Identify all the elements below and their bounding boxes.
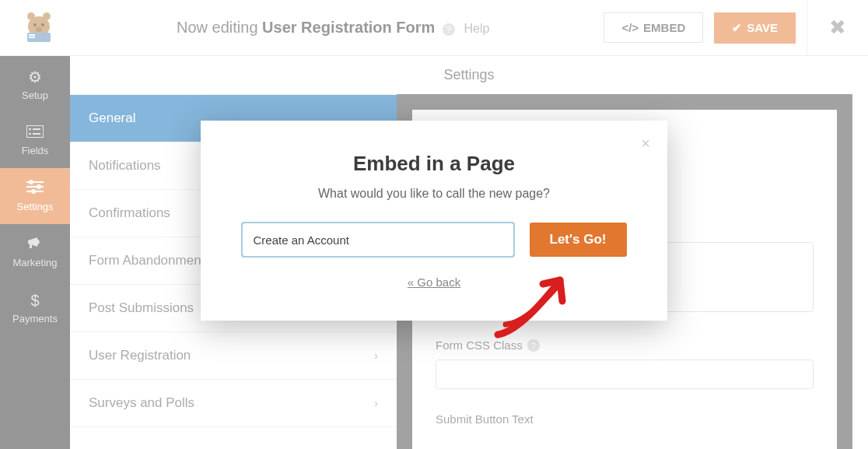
sidebar-item-setup[interactable]: ⚙ Setup: [0, 56, 70, 112]
svg-point-7: [27, 12, 35, 20]
save-label: SAVE: [747, 21, 778, 34]
modal-subtitle: What would you like to call the new page…: [232, 187, 636, 201]
modal-close-icon[interactable]: ×: [641, 135, 650, 153]
svg-point-3: [36, 27, 42, 32]
save-button[interactable]: ✔ SAVE: [714, 12, 796, 44]
sidebar-label: Payments: [12, 313, 58, 324]
nav-item-surveys-polls[interactable]: Surveys and Polls›: [70, 380, 397, 427]
modal-title: Embed in a Page: [232, 152, 636, 176]
editing-prefix: Now editing: [177, 19, 262, 36]
editing-form-name: User Registration Form: [262, 19, 435, 36]
sidebar-label: Marketing: [12, 257, 57, 268]
chevron-right-icon: ›: [374, 349, 378, 362]
help-icon[interactable]: ?: [443, 23, 455, 36]
sidebar-item-fields[interactable]: Fields: [0, 112, 70, 168]
svg-point-17: [37, 184, 41, 189]
nav-item-user-registration[interactable]: User Registration›: [70, 332, 397, 380]
sliders-icon: [26, 180, 44, 198]
list-icon: [26, 124, 44, 142]
editing-title: Now editing User Registration Form ? Hel…: [62, 19, 604, 37]
lets-go-button[interactable]: Let's Go!: [530, 223, 627, 257]
chevron-right-icon: ›: [374, 397, 378, 409]
check-icon: ✔: [732, 21, 742, 35]
form-css-class-input[interactable]: [436, 360, 814, 389]
logo: [16, 9, 62, 47]
embed-button[interactable]: </> EMBED: [604, 12, 703, 43]
svg-point-8: [43, 12, 51, 20]
svg-rect-6: [29, 37, 35, 38]
topbar-actions: </> EMBED ✔ SAVE ✖: [604, 0, 852, 56]
sidebar-item-settings[interactable]: Settings: [0, 168, 70, 224]
sidebar-label: Settings: [17, 201, 54, 212]
svg-point-19: [31, 189, 36, 194]
form-css-class-label: Form CSS Class?: [436, 339, 814, 352]
svg-point-15: [29, 180, 33, 184]
help-icon[interactable]: ?: [527, 339, 540, 352]
svg-rect-11: [33, 128, 40, 130]
svg-rect-20: [30, 244, 32, 248]
embed-label: EMBED: [643, 21, 685, 34]
page-name-input[interactable]: [242, 223, 514, 257]
dollar-icon: $: [30, 292, 39, 310]
svg-rect-9: [26, 125, 44, 138]
bullhorn-icon: [26, 236, 44, 254]
svg-rect-13: [33, 133, 40, 135]
svg-rect-5: [29, 34, 35, 36]
sidebar-label: Fields: [22, 145, 49, 156]
code-icon: </>: [621, 21, 639, 34]
svg-rect-12: [29, 133, 31, 135]
sidebar-item-payments[interactable]: $ Payments: [0, 280, 70, 336]
settings-header: Settings: [70, 56, 868, 94]
submit-button-text-label: Submit Button Text: [436, 412, 814, 426]
separator: [807, 0, 807, 56]
top-bar: Now editing User Registration Form ? Hel…: [0, 0, 868, 56]
svg-rect-10: [29, 128, 31, 130]
embed-modal: × Embed in a Page What would you like to…: [201, 121, 667, 321]
sidebar-label: Setup: [22, 89, 48, 101]
close-icon[interactable]: ✖: [823, 16, 852, 40]
go-back-link[interactable]: « Go back: [408, 275, 460, 289]
svg-point-2: [41, 23, 44, 26]
gear-icon: ⚙: [28, 68, 42, 86]
svg-point-1: [33, 23, 37, 26]
help-link[interactable]: Help: [464, 22, 489, 35]
left-sidebar: ⚙ Setup Fields Settings Marketing $ Paym…: [0, 56, 70, 449]
sidebar-item-marketing[interactable]: Marketing: [0, 224, 70, 280]
